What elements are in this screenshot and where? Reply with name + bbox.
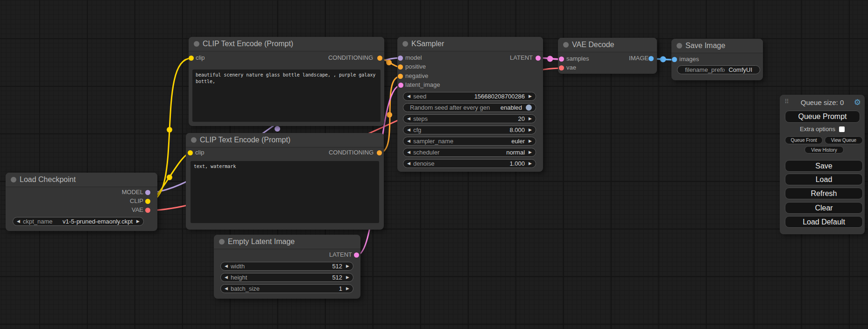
stepper-right-icon[interactable]: ▶ — [529, 128, 532, 132]
node-clip-text-encode-negative[interactable]: CLIP Text Encode (Prompt) clip CONDITION… — [186, 133, 384, 230]
denoise-widget[interactable]: ◀ denoise 1.000 ▶ — [403, 159, 536, 168]
prompt-textarea[interactable]: text, watermark — [191, 161, 379, 223]
scheduler-widget[interactable]: ◀ scheduler normal ▶ — [403, 148, 536, 157]
stepper-right-icon[interactable]: ▶ — [529, 94, 532, 98]
batch-size-widget[interactable]: ◀ batch_size 1 ▶ — [220, 284, 353, 293]
cfg-widget[interactable]: ◀ cfg 8.000 ▶ — [403, 126, 536, 134]
widget-value: 1.000 — [510, 160, 525, 167]
input-port-vae[interactable] — [559, 65, 564, 70]
input-port-images[interactable] — [672, 57, 677, 62]
widget-value: 512 — [332, 263, 342, 270]
node-collapse-dot[interactable] — [191, 137, 197, 143]
prompt-textarea[interactable]: beautiful scenery nature glass bottle la… — [192, 70, 381, 122]
steps-widget[interactable]: ◀ steps 20 ▶ — [403, 114, 536, 123]
stepper-right-icon[interactable]: ▶ — [529, 150, 532, 154]
stepper-left-icon[interactable]: ◀ — [225, 287, 228, 291]
input-port-samples[interactable] — [559, 56, 564, 62]
stepper-left-icon[interactable]: ◀ — [225, 275, 228, 280]
input-port-negative[interactable] — [398, 74, 403, 79]
refresh-button[interactable]: Refresh — [785, 188, 863, 199]
stepper-right-icon[interactable]: ▶ — [529, 161, 532, 166]
widget-label: filename_prefix — [685, 66, 725, 73]
clear-button[interactable]: Clear — [785, 202, 863, 214]
output-label-image: IMAGE — [629, 55, 649, 62]
node-clip-text-encode-positive[interactable]: CLIP Text Encode (Prompt) clip CONDITION… — [189, 37, 384, 126]
node-collapse-dot[interactable] — [219, 239, 225, 245]
node-load-checkpoint[interactable]: Load Checkpoint MODEL CLIP VAE ◀ ckpt_na… — [6, 173, 157, 231]
width-widget[interactable]: ◀ width 512 ▶ — [220, 262, 353, 271]
load-default-button[interactable]: Load Default — [785, 216, 863, 228]
view-history-button[interactable]: View History — [804, 146, 844, 154]
widget-label: width — [231, 263, 328, 270]
output-port-image[interactable] — [649, 56, 654, 61]
random-seed-toggle-widget[interactable]: Random seed after every gen enabled — [403, 103, 536, 112]
comfyui-canvas[interactable]: { "colors": { "canvas_bg": "#1e1e1e", "n… — [0, 0, 868, 329]
node-collapse-dot[interactable] — [11, 177, 16, 182]
output-label-latent: LATENT — [329, 251, 352, 258]
node-collapse-dot[interactable] — [677, 43, 682, 49]
save-button[interactable]: Save — [785, 160, 863, 172]
queue-front-button[interactable]: Queue Front — [785, 136, 823, 144]
toggle-enabled-dot[interactable] — [526, 105, 532, 111]
output-port-latent[interactable] — [536, 56, 541, 61]
output-port-clip[interactable] — [145, 199, 150, 204]
ckpt-name-widget[interactable]: ◀ ckpt_name v1-5-pruned-emaonly.ckpt ▶ — [13, 217, 144, 226]
stepper-left-icon[interactable]: ◀ — [17, 219, 20, 224]
filename-prefix-widget[interactable]: filename_prefix ComfyUI — [677, 65, 760, 74]
widget-label: batch_size — [231, 285, 335, 292]
output-label-latent: LATENT — [510, 54, 533, 61]
stepper-left-icon[interactable]: ◀ — [407, 139, 410, 143]
extra-options-checkbox[interactable] — [839, 126, 845, 132]
node-empty-latent-image[interactable]: Empty Latent Image LATENT ◀ width 512 ▶ … — [214, 235, 360, 299]
output-port-latent[interactable] — [354, 252, 359, 258]
stepper-right-icon[interactable]: ▶ — [346, 275, 349, 280]
stepper-left-icon[interactable]: ◀ — [225, 264, 228, 268]
stepper-left-icon[interactable]: ◀ — [407, 128, 410, 132]
widget-label: scheduler — [413, 149, 502, 156]
stepper-right-icon[interactable]: ▶ — [529, 139, 532, 143]
stepper-right-icon[interactable]: ▶ — [529, 117, 532, 121]
gear-icon[interactable]: ⚙ — [854, 98, 861, 107]
queue-size-label: Queue size: 0 — [780, 98, 865, 106]
node-vae-decode[interactable]: VAE Decode samples vae IMAGE — [558, 38, 657, 74]
stepper-right-icon[interactable]: ▶ — [346, 264, 349, 268]
node-title: KSampler — [411, 40, 444, 48]
input-port-latent-image[interactable] — [398, 83, 403, 88]
stepper-left-icon[interactable]: ◀ — [407, 150, 410, 154]
view-queue-button[interactable]: View Queue — [825, 136, 863, 144]
widget-label: denoise — [413, 160, 506, 167]
widget-value: enabled — [501, 104, 522, 111]
output-label-vae: VAE — [132, 206, 143, 213]
widget-label: steps — [413, 115, 515, 122]
stepper-right-icon[interactable]: ▶ — [346, 287, 349, 291]
sampler-name-widget[interactable]: ◀ sampler_name euler ▶ — [403, 137, 536, 146]
input-port-clip[interactable] — [188, 150, 193, 155]
output-port-model[interactable] — [145, 190, 150, 195]
output-port-conditioning[interactable] — [377, 56, 382, 61]
node-collapse-dot[interactable] — [563, 42, 569, 48]
output-label-clip: CLIP — [130, 197, 143, 204]
stepper-left-icon[interactable]: ◀ — [407, 117, 410, 121]
seed-widget[interactable]: ◀ seed 156680208700286 ▶ — [403, 92, 536, 101]
input-port-clip[interactable] — [189, 56, 194, 61]
node-collapse-dot[interactable] — [402, 41, 408, 47]
node-ksampler[interactable]: KSampler model positive negative latent_… — [397, 37, 543, 172]
widget-value: 512 — [332, 274, 342, 281]
input-label-positive: positive — [405, 63, 426, 70]
input-label-negative: negative — [405, 72, 428, 79]
input-port-model[interactable] — [398, 56, 403, 61]
widget-label: cfg — [413, 126, 506, 133]
widget-label: ckpt_name — [23, 218, 59, 225]
input-port-positive[interactable] — [398, 64, 403, 70]
node-collapse-dot[interactable] — [194, 41, 199, 47]
output-port-conditioning[interactable] — [377, 150, 382, 155]
load-button[interactable]: Load — [785, 174, 863, 185]
output-port-vae[interactable] — [145, 208, 150, 213]
stepper-left-icon[interactable]: ◀ — [407, 161, 410, 166]
widget-value: v1-5-pruned-emaonly.ckpt — [63, 218, 133, 225]
stepper-right-icon[interactable]: ▶ — [136, 219, 140, 224]
node-save-image[interactable]: Save Image images filename_prefix ComfyU… — [671, 39, 763, 80]
height-widget[interactable]: ◀ height 512 ▶ — [220, 273, 353, 282]
queue-prompt-button[interactable]: Queue Prompt — [785, 111, 860, 123]
stepper-left-icon[interactable]: ◀ — [407, 94, 410, 98]
